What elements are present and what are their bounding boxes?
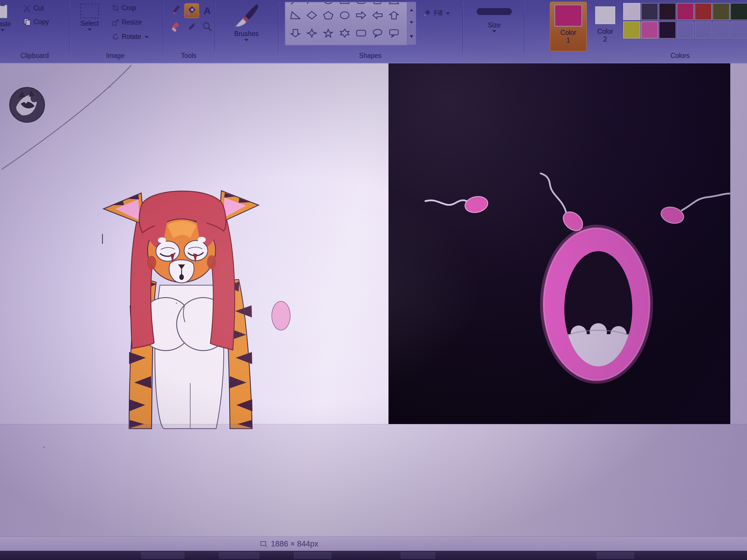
palette-swatch-empty[interactable] — [677, 21, 694, 38]
ribbon: Paste Cut Copy Clipboard Select — [0, 0, 747, 63]
drawing-canvas[interactable] — [0, 63, 747, 536]
palette-swatch-empty[interactable] — [695, 21, 712, 38]
shape-six-point-star[interactable] — [336, 27, 353, 40]
shape-fill-icon — [423, 9, 432, 17]
rotate-icon — [112, 33, 119, 41]
select-label: Select — [80, 20, 99, 27]
canvas-size-text: 1886 × 844px — [271, 539, 318, 549]
fill-bucket-icon — [186, 5, 198, 17]
group-separator — [69, 2, 70, 59]
shape-down-arrow[interactable] — [287, 27, 304, 40]
dust-speck — [109, 86, 111, 87]
shape-triangle[interactable] — [287, 9, 304, 22]
size-dropdown[interactable]: Size — [473, 4, 516, 47]
palette-swatch[interactable] — [695, 3, 712, 20]
palette-swatch[interactable] — [713, 3, 730, 20]
palette-swatch-empty[interactable] — [730, 21, 747, 38]
palette-swatch[interactable] — [677, 3, 694, 20]
color-picker-tool[interactable] — [184, 20, 199, 34]
brushes-label: Brushes — [234, 30, 258, 38]
shapes-row-2 — [287, 27, 402, 40]
copy-button[interactable]: Copy — [21, 17, 51, 27]
select-caret — [87, 28, 92, 33]
palette-swatch[interactable] — [659, 3, 676, 20]
shapes-gallery[interactable] — [285, 2, 408, 46]
text-tool[interactable]: A — [200, 3, 214, 18]
shape-oval-callout[interactable] — [369, 27, 386, 40]
eraser-icon — [170, 21, 182, 32]
group-separator — [215, 2, 215, 59]
copy-icon — [23, 18, 31, 26]
palette-swatch[interactable] — [641, 21, 658, 38]
color2-button[interactable]: Color 2 — [590, 2, 620, 51]
text-tool-glyph: A — [204, 5, 211, 17]
down-arrow-icon — [410, 21, 413, 25]
magnifier-tool[interactable] — [200, 20, 214, 34]
palette-swatch[interactable] — [659, 21, 676, 38]
select-button[interactable]: Select — [74, 2, 105, 48]
dust-speck — [176, 302, 177, 304]
canvas-size-indicator: 1886 × 844px — [260, 539, 318, 549]
shape-fill-label: Fill — [434, 9, 442, 17]
cut-label: Cut — [33, 4, 44, 12]
colors-group-label: Colors — [654, 52, 706, 60]
palette-swatch[interactable] — [623, 21, 640, 38]
shape-oval[interactable] — [336, 9, 353, 22]
crop-button[interactable]: Crop — [110, 3, 138, 13]
color-palette — [623, 3, 747, 39]
shape-left-arrow[interactable] — [369, 9, 386, 22]
shape-four-point-star[interactable] — [304, 27, 320, 40]
paste-label: Paste — [0, 20, 11, 28]
color1-button[interactable]: Color 1 — [550, 2, 587, 51]
palette-swatch-empty[interactable] — [713, 21, 730, 38]
palette-swatch[interactable] — [623, 3, 640, 20]
canvas-lower-margin[interactable] — [0, 424, 747, 537]
shapes-scroll-up-button[interactable] — [407, 2, 416, 16]
rotate-label: Rotate — [122, 33, 141, 41]
cut-button[interactable]: Cut — [21, 3, 46, 13]
brush-icon — [233, 2, 260, 30]
shapes-row-1 — [287, 9, 402, 22]
shape-five-point-star[interactable] — [320, 27, 336, 40]
dust-speck — [43, 447, 45, 448]
arc-stroke — [0, 63, 138, 179]
taskbar-window-button[interactable] — [141, 552, 184, 559]
shapes-more-button[interactable] — [407, 30, 416, 45]
shape-rounded-rectangle[interactable] — [353, 27, 369, 40]
palette-swatch[interactable] — [641, 3, 658, 20]
fill-with-color-tool[interactable] — [184, 3, 199, 18]
group-separator — [463, 2, 463, 59]
palette-swatch[interactable] — [730, 3, 747, 20]
rotate-button[interactable]: Rotate — [110, 32, 150, 42]
group-separator — [524, 2, 524, 59]
resize-button[interactable]: Resize — [110, 17, 144, 27]
shape-up-arrow[interactable] — [386, 9, 402, 22]
eraser-tool[interactable] — [169, 20, 183, 34]
shape-rounded-callout[interactable] — [386, 27, 402, 40]
tools-group-label: Tools — [163, 52, 215, 60]
shapes-row-clipped — [287, 2, 402, 7]
taskbar-window-button[interactable] — [219, 552, 259, 559]
brushes-button[interactable]: Brushes — [223, 2, 269, 54]
shape-right-arrow[interactable] — [353, 9, 369, 22]
canvas-size-icon — [260, 540, 267, 548]
up-arrow-icon — [410, 7, 413, 11]
pencil-tool[interactable] — [169, 3, 183, 18]
taskbar-window-button[interactable] — [294, 552, 331, 559]
color1-swatch — [555, 5, 582, 27]
paste-button[interactable]: Paste — [0, 2, 13, 46]
size-label: Size — [488, 21, 501, 29]
paste-caret — [1, 29, 5, 33]
line-thickness-icon — [477, 8, 512, 15]
shape-fill-caret — [446, 12, 450, 17]
shapes-scroll-down-button[interactable] — [407, 16, 416, 30]
color2-label-line2: 2 — [603, 35, 607, 43]
taskbar-window-button[interactable] — [597, 552, 634, 559]
shape-diamond[interactable] — [304, 9, 320, 22]
taskbar-window-button[interactable] — [401, 552, 435, 559]
shape-pentagon[interactable] — [320, 9, 336, 22]
shape-fill-dropdown[interactable]: Fill — [421, 7, 452, 19]
group-separator — [163, 2, 163, 59]
status-bar: 1886 × 844px — [0, 536, 747, 551]
color1-label-line2: 1 — [567, 36, 570, 44]
